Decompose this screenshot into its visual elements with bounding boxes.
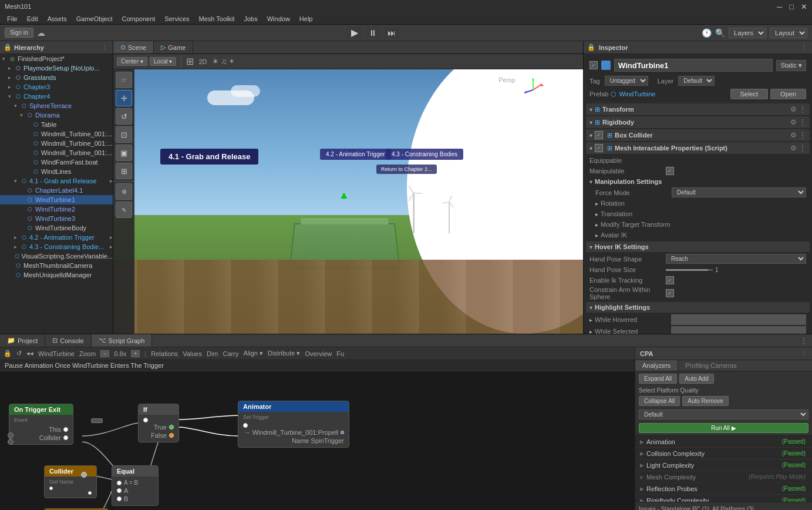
tab-console[interactable]: ⊡ Console (45, 334, 91, 347)
mesh-interactable-enable-checkbox[interactable]: ✓ (595, 144, 603, 152)
tab-script-graph[interactable]: ⌥ Script Graph (92, 334, 153, 347)
edit-tool-btn[interactable]: ✎ (116, 202, 132, 218)
search-icon[interactable]: 🔍 (715, 28, 725, 38)
graph-dim-btn[interactable]: Dim (207, 350, 218, 357)
force-mode-select[interactable]: Default (672, 187, 806, 197)
menu-mesh-toolkit[interactable]: Mesh Toolkit (194, 14, 240, 24)
node-if[interactable]: If True False (138, 404, 179, 442)
menu-component[interactable]: Component (117, 14, 160, 24)
menu-file[interactable]: File (2, 14, 22, 24)
local-dropdown[interactable]: Local ▾ (150, 57, 177, 66)
hierarchy-item-41[interactable]: ▾ ⬡ 4.1 - Grab and Release ▸ (0, 176, 113, 186)
menu-window[interactable]: Window (262, 14, 295, 24)
cpa-item-mesh[interactable]: ▶ Mesh Complexity (Requires Play Mode) (635, 471, 812, 483)
graph-canvas[interactable]: On Trigger Exit Event This Collider (0, 371, 635, 510)
cpa-item-animation[interactable]: ▶ Animation (Passed) (635, 436, 812, 448)
collapse-all-btn[interactable]: Collapse All (639, 396, 680, 406)
graph-overview-btn[interactable]: Overview (305, 350, 332, 357)
open-prefab-btn[interactable]: Open (770, 89, 806, 99)
menu-edit[interactable]: Edit (22, 14, 43, 24)
menu-gameobject[interactable]: GameObject (72, 14, 117, 24)
hierarchy-item-finishedproject[interactable]: ▾ ◎ FinishedProject* (0, 54, 113, 63)
hierarchy-item-playmodesetup[interactable]: ▸ ⬡ PlaymodeSetup [NoUplo... (0, 63, 113, 73)
hierarchy-item-visualscripting[interactable]: ⬡ VisualScripting.SceneVariable... (0, 251, 113, 261)
hand-pose-shape-select[interactable]: Reach (666, 254, 806, 264)
hierarchy-item-windmill2[interactable]: ⬡ Windmill_Turbine_001:... (0, 139, 113, 148)
graph-fu-btn[interactable]: Fu (336, 350, 344, 357)
expand-all-btn[interactable]: Expand All (639, 374, 677, 384)
minimize-btn[interactable]: ─ (777, 2, 782, 11)
node-animator[interactable]: Animator Set Trigger → Windmill_Turbine_… (238, 401, 349, 448)
sign-in-button[interactable]: Sign in (5, 28, 33, 38)
cpa-item-light[interactable]: ▶ Light Complexity (Passed) (635, 459, 812, 471)
step-button[interactable]: ⏭ (384, 28, 399, 38)
graph-values-btn[interactable]: Values (183, 350, 202, 357)
graph-zoom-in[interactable]: + (131, 350, 140, 357)
audio-btn[interactable]: ♫ (221, 57, 227, 66)
enable-ik-tracking-checkbox[interactable]: ✓ (666, 276, 674, 284)
hierarchy-menu-btn[interactable]: ⋮ (100, 43, 109, 51)
play-button[interactable]: ▶ (348, 27, 362, 38)
menu-jobs[interactable]: Jobs (239, 14, 262, 24)
history-icon[interactable]: 🕐 (702, 28, 712, 38)
hierarchy-item-windfarm[interactable]: ⬡ WindFarmFast.boat (0, 157, 113, 167)
light-btn[interactable]: ☀ (212, 57, 219, 66)
static-button[interactable]: Static ▾ (776, 60, 806, 71)
menu-services[interactable]: Services (160, 14, 194, 24)
boxcollider-enable-checkbox[interactable]: ✓ (595, 131, 603, 139)
cpa-item-rigidbody[interactable]: ▶ Rigidbody Complexity (Passed) (635, 495, 812, 502)
inspector-menu-btn[interactable]: ⋮ (800, 43, 808, 51)
graph-carry-btn[interactable]: Carry (223, 350, 239, 357)
hierarchy-item-windmill3[interactable]: ⬡ Windmill_Turbine_001:... (0, 148, 113, 157)
cpa-tab-analyzers[interactable]: Analyzers (635, 360, 678, 371)
auto-remove-btn[interactable]: Auto Remove (682, 396, 729, 406)
component-rigidbody[interactable]: ▾ ⊞ Rigidbody ⚙ ⋮ (586, 116, 810, 128)
run-all-btn[interactable]: Run All ▶ (639, 423, 808, 433)
menu-assets[interactable]: Assets (43, 14, 72, 24)
tag-select[interactable]: Untagged (605, 76, 648, 86)
hierarchy-item-windturbine2[interactable]: ⬡ WindTurbine2 (0, 204, 113, 214)
select-prefab-btn[interactable]: Select (730, 89, 769, 99)
hierarchy-item-windmill1[interactable]: ⬡ Windmill_Turbine_001:... (0, 129, 113, 139)
hand-tool-btn[interactable]: ☞ (116, 72, 132, 88)
cpa-menu-btn[interactable]: ⋮ (801, 350, 807, 357)
auto-add-btn[interactable]: Auto Add (679, 374, 714, 384)
hierarchy-item-meshuniquemanager[interactable]: ⬡ MeshUniquelldManager (0, 270, 113, 280)
bottom-panel-menu-btn[interactable]: ⋮ (796, 337, 812, 345)
node-collider-getname[interactable]: Collider Get Name (44, 465, 97, 498)
cpa-item-collision[interactable]: ▶ Collision Complexity (Passed) (635, 448, 812, 459)
quality-select[interactable]: Default (639, 410, 808, 420)
rect-tool-btn[interactable]: ▣ (116, 145, 132, 161)
hierarchy-item-sphereterrace[interactable]: ▾ ⬡ SphereTerrace (0, 101, 113, 110)
hierarchy-item-windturbinebody[interactable]: ⬡ WindTurbineBody (0, 223, 113, 233)
layout-dropdown[interactable]: Layout (770, 28, 807, 38)
hierarchy-item-chapter3[interactable]: ▸ ⬡ Chapter3 (0, 82, 113, 92)
object-name-input[interactable] (614, 59, 773, 72)
hierarchy-item-windturbine1[interactable]: ⬡ WindTurbine1 (0, 195, 113, 204)
hierarchy-item-table[interactable]: ⬡ Table (0, 120, 113, 129)
pause-button[interactable]: ⏸ (365, 28, 380, 38)
node-equal[interactable]: Equal A = B A B (112, 465, 159, 506)
cpa-tab-profiling[interactable]: Profiling Cameras (678, 360, 743, 371)
hierarchy-item-chapterlabel[interactable]: ⬡ ChapterLabel4.1 (0, 186, 113, 195)
2d-btn[interactable]: 2D (196, 58, 209, 65)
node-on-trigger-exit[interactable]: On Trigger Exit Event This Collider (9, 404, 73, 445)
manipulable-checkbox[interactable]: ✓ (666, 167, 674, 175)
maximize-btn[interactable]: □ (789, 2, 794, 11)
object-enable-checkbox[interactable]: ✓ (589, 61, 598, 69)
hierarchy-item-43[interactable]: ▸ ⬡ 4.3 - Constraining Bodie... ▸ (0, 242, 113, 251)
center-dropdown[interactable]: Center ▾ (117, 57, 147, 66)
fx-btn[interactable]: ✶ (229, 58, 234, 65)
hierarchy-item-windturbine3[interactable]: ⬡ WindTurbine3 (0, 214, 113, 223)
component-boxcollider[interactable]: ▾ ✓ ⊞ Box Collider ⚙ ⋮ (586, 129, 810, 141)
tab-project[interactable]: 📁 Project (0, 334, 45, 347)
hierarchy-item-meshthumbnail[interactable]: ⬡ MeshThumbnailCamera (0, 261, 113, 270)
tab-scene[interactable]: ⊙ Scene (113, 41, 154, 53)
hierarchy-item-windlines[interactable]: ⬡ WindLines (0, 167, 113, 176)
move-tool-btn[interactable]: ✛ (116, 90, 132, 106)
hierarchy-item-grasslands[interactable]: ▸ ⬡ Grasslands (0, 73, 113, 82)
layer-select[interactable]: Default (678, 76, 715, 86)
close-btn[interactable]: ✕ (801, 2, 807, 11)
component-transform[interactable]: ▾ ⊞ Transform ⚙ ⋮ (586, 103, 810, 115)
hierarchy-item-42[interactable]: ▸ ⬡ 4.2 - Animation Trigger ▸ (0, 233, 113, 242)
